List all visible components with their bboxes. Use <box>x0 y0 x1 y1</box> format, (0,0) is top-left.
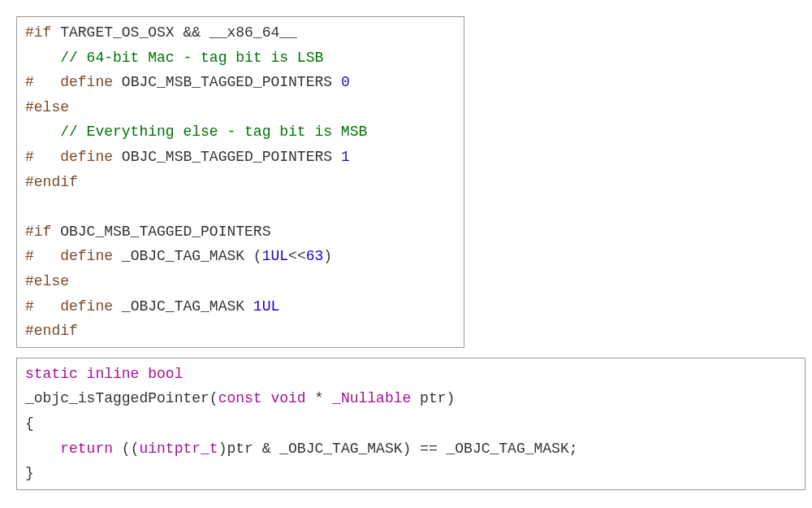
code-block-2: static inline bool _objc_isTaggedPointer… <box>16 358 806 490</box>
preproc-if: #if <box>25 24 51 41</box>
preproc-define: # define <box>25 248 113 264</box>
kw-void: void <box>270 390 305 406</box>
preproc-define: # define <box>25 74 113 90</box>
sp <box>262 390 271 406</box>
shift-op: << <box>288 248 306 264</box>
num-1ul: 1UL <box>253 298 279 315</box>
define-name: _OBJC_TAG_MASK ( <box>113 248 262 264</box>
ptr-star: * <box>306 390 332 406</box>
preproc-endif: #endif <box>25 174 78 190</box>
num-0: 0 <box>341 74 350 90</box>
num-1ul: 1UL <box>262 248 288 264</box>
cond-expr: TARGET_OS_OSX && __x86_64__ <box>51 24 296 41</box>
code-block-1: #if TARGET_OS_OSX && __x86_64__ // 64-bi… <box>16 16 464 348</box>
preproc-else: #else <box>25 273 69 289</box>
kw-const: const <box>218 390 262 406</box>
cond-expr: OBJC_MSB_TAGGED_POINTERS <box>51 224 270 240</box>
define-name: OBJC_MSB_TAGGED_POINTERS <box>113 149 341 165</box>
expr-a: (( <box>113 441 139 457</box>
param-name: ptr) <box>411 390 455 406</box>
kw-static-inline-bool: static inline bool <box>25 366 183 382</box>
expr-b: )ptr & _OBJC_TAG_MASK) == _OBJC_TAG_MASK… <box>218 441 578 457</box>
kw-return: return <box>60 441 113 457</box>
num-1: 1 <box>341 149 350 165</box>
indent <box>25 441 60 457</box>
preproc-else: #else <box>25 99 69 115</box>
kw-nullable: _Nullable <box>332 390 411 406</box>
comment-mac: // 64-bit Mac - tag bit is LSB <box>25 50 323 66</box>
open-brace: { <box>25 415 34 432</box>
close-brace: } <box>25 465 34 481</box>
define-name: _OBJC_TAG_MASK <box>113 298 253 315</box>
preproc-if: #if <box>25 224 51 240</box>
num-63: 63 <box>306 248 324 264</box>
comment-else: // Everything else - tag bit is MSB <box>25 124 367 140</box>
close-paren: ) <box>323 248 332 264</box>
preproc-define: # define <box>25 298 113 315</box>
preproc-endif: #endif <box>25 323 78 339</box>
type-uintptr: uintptr_t <box>139 441 218 457</box>
preproc-define: # define <box>25 149 113 165</box>
func-name: _objc_isTaggedPointer( <box>25 390 218 406</box>
define-name: OBJC_MSB_TAGGED_POINTERS <box>113 74 341 90</box>
